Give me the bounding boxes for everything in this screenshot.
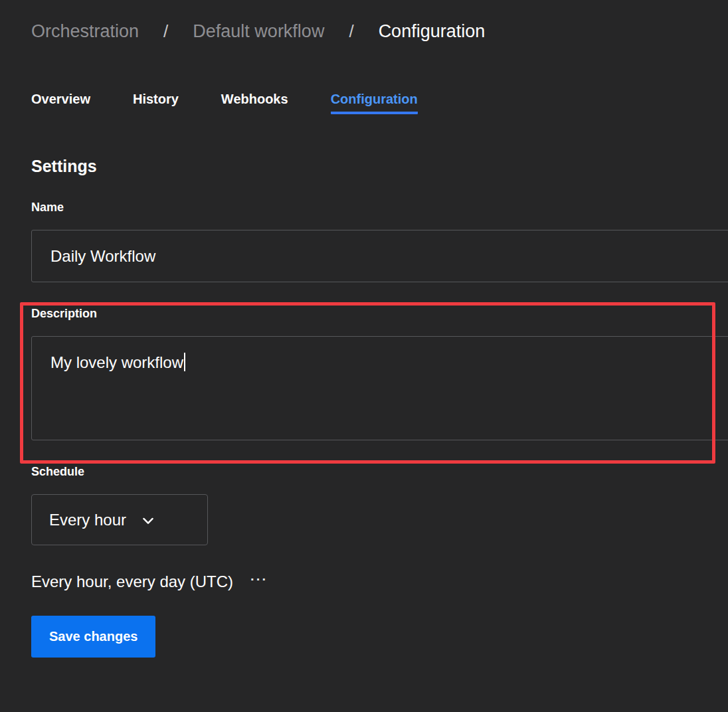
save-changes-button[interactable]: Save changes <box>31 616 155 658</box>
settings-heading: Settings <box>31 157 728 176</box>
name-input[interactable] <box>31 230 728 282</box>
tab-history[interactable]: History <box>133 92 179 114</box>
breadcrumb-configuration: Configuration <box>379 21 486 41</box>
tab-configuration[interactable]: Configuration <box>331 92 418 114</box>
schedule-selected-value: Every hour <box>49 511 126 529</box>
chevron-down-icon <box>141 513 155 528</box>
breadcrumb-orchestration[interactable]: Orchestration <box>31 21 139 41</box>
description-label: Description <box>31 307 728 321</box>
schedule-label: Schedule <box>31 465 728 479</box>
tab-overview[interactable]: Overview <box>31 92 90 114</box>
more-options-icon[interactable]: ··· <box>250 573 268 591</box>
text-cursor <box>184 353 185 371</box>
schedule-summary: Every hour, every day (UTC) ··· <box>31 572 728 591</box>
breadcrumb-separator: / <box>163 21 168 41</box>
schedule-select[interactable]: Every hour <box>31 494 208 545</box>
schedule-summary-text: Every hour, every day (UTC) <box>31 572 233 591</box>
breadcrumb: Orchestration / Default workflow / Confi… <box>31 0 728 41</box>
description-value: My lovely workflow <box>50 353 183 371</box>
tab-webhooks[interactable]: Webhooks <box>221 92 288 114</box>
tab-bar: Overview History Webhooks Configuration <box>31 92 728 114</box>
description-textarea[interactable]: My lovely workflow <box>31 336 728 440</box>
name-label: Name <box>31 201 728 215</box>
configuration-page: Orchestration / Default workflow / Confi… <box>0 0 728 658</box>
breadcrumb-default-workflow[interactable]: Default workflow <box>193 21 324 41</box>
breadcrumb-separator: / <box>349 21 353 41</box>
